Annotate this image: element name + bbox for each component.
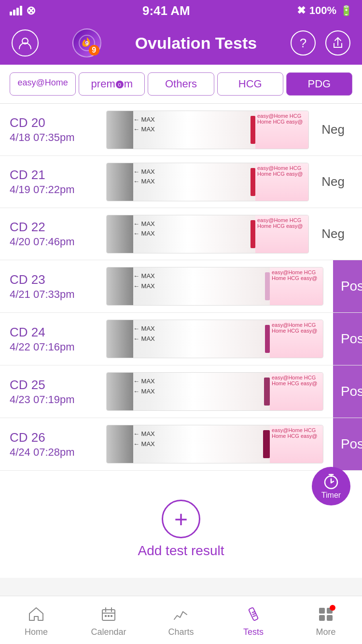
test-date: 4/24 07:28pm: [10, 446, 101, 459]
svg-line-9: [252, 612, 255, 613]
svg-rect-15: [327, 615, 333, 621]
test-image: ← MAX ← MAX easy@Home HCG Home HCG easy@: [106, 111, 309, 149]
test-day: CD 21: [10, 168, 101, 182]
table-row[interactable]: CD 21 4/19 07:22pm ← MAX ← MAX easy@Home…: [0, 156, 362, 208]
test-date: 4/19 07:22pm: [10, 183, 101, 196]
add-test-label: Add test result: [138, 543, 224, 559]
test-image: ← MAX ← MAX easy@Home HCG Home HCG easy@: [106, 372, 323, 411]
tests-icon: [246, 607, 261, 625]
charts-icon: [173, 607, 189, 625]
nav-label-more: More: [316, 627, 335, 637]
table-row[interactable]: CD 24 4/22 07:16pm ← MAX ← MAX easy@Home…: [0, 313, 362, 365]
help-button[interactable]: ?: [291, 30, 316, 56]
nav-label-home: Home: [25, 627, 48, 637]
test-info: CD 24 4/22 07:16pm: [10, 325, 101, 353]
status-bar-right: ✖ 100% 🔋: [297, 4, 352, 17]
test-image: ← MAX ← MAX easy@Home HCG Home HCG easy@: [106, 425, 323, 463]
nav-item-tests[interactable]: Tests: [217, 603, 290, 637]
signal-icon: [10, 6, 22, 15]
calendar-icon: [101, 607, 116, 625]
test-result: Neg: [314, 226, 352, 241]
test-list: CD 20 4/18 07:35pm ← MAX ← MAX easy@Home…: [0, 104, 362, 471]
table-row[interactable]: CD 25 4/23 07:19pm ← MAX ← MAX easy@Home…: [0, 365, 362, 418]
test-date: 4/20 07:46pm: [10, 236, 101, 248]
page-title: Ovulation Tests: [135, 34, 257, 53]
header-actions: ?: [291, 30, 350, 56]
status-bar: ⊗ 9:41 AM ✖ 100% 🔋: [0, 0, 362, 21]
test-info: CD 22 4/20 07:46pm: [10, 220, 101, 248]
more-notification-dot: [330, 605, 335, 611]
add-test-section: + Add test result: [0, 471, 362, 578]
battery-icon: 🔋: [340, 5, 352, 16]
table-row[interactable]: CD 26 4/24 07:28pm ← MAX ← MAX easy@Home…: [0, 418, 362, 471]
test-date: 4/23 07:19pm: [10, 393, 101, 406]
test-date: 4/22 07:16pm: [10, 341, 101, 353]
table-row[interactable]: CD 23 4/21 07:33pm ← MAX ← MAX easy@Home…: [0, 260, 362, 313]
test-image: ← MAX ← MAX easy@Home HCG Home HCG easy@: [106, 320, 323, 358]
profile-icon[interactable]: [12, 29, 39, 56]
timer-label: Timer: [321, 491, 341, 500]
wifi-icon: ⊗: [26, 4, 36, 17]
test-result-pos: Pos: [333, 365, 362, 418]
test-result-pos: Pos: [333, 260, 362, 312]
header: 9 Ovulation Tests ?: [0, 21, 362, 65]
nav-item-charts[interactable]: Charts: [145, 603, 217, 637]
bluetooth-icon: ✖: [297, 4, 306, 17]
streak-badge: 9: [72, 28, 101, 57]
test-info: CD 25 4/23 07:19pm: [10, 378, 101, 406]
test-info: CD 26 4/24 07:28pm: [10, 430, 101, 459]
svg-rect-6: [108, 615, 110, 617]
test-info: CD 21 4/19 07:22pm: [10, 168, 101, 196]
nav-item-home[interactable]: Home: [0, 603, 72, 637]
table-row[interactable]: CD 22 4/20 07:46pm ← MAX ← MAX easy@Home…: [0, 208, 362, 260]
test-info: CD 20 4/18 07:35pm: [10, 115, 101, 144]
timer-button[interactable]: Timer: [312, 467, 350, 505]
test-date: 4/18 07:35pm: [10, 131, 101, 144]
nav-item-more[interactable]: More: [290, 603, 362, 637]
more-icon: [318, 607, 334, 625]
test-day: CD 25: [10, 378, 101, 392]
test-image: ← MAX ← MAX easy@Home HCG Home HCG easy@: [106, 215, 309, 253]
test-day: CD 23: [10, 272, 101, 287]
svg-rect-5: [105, 615, 107, 617]
filter-tab-pdg[interactable]: PDG: [286, 72, 352, 96]
nav-label-tests: Tests: [243, 627, 264, 637]
filter-tabs: easy@Home premom Others HCG PDG: [0, 65, 362, 104]
test-image: ← MAX ← MAX easy@Home HCG Home HCG easy@: [106, 163, 309, 201]
test-day: CD 24: [10, 325, 101, 340]
main-content: ⊗ 9:41 AM ✖ 100% 🔋 9 Ovulation Tests ?: [0, 0, 362, 644]
share-button[interactable]: [325, 30, 350, 56]
svg-rect-12: [319, 608, 325, 614]
test-date: 4/21 07:33pm: [10, 288, 101, 301]
status-bar-left: ⊗: [10, 4, 36, 17]
test-result: Neg: [314, 174, 352, 189]
bottom-nav: Home Calendar Ch: [0, 596, 362, 644]
filter-tab-easy[interactable]: easy@Home: [10, 72, 76, 96]
table-row[interactable]: CD 20 4/18 07:35pm ← MAX ← MAX easy@Home…: [0, 104, 362, 156]
filter-tab-others[interactable]: Others: [148, 72, 214, 96]
test-result-pos: Pos: [333, 313, 362, 365]
status-time: 9:41 AM: [142, 3, 190, 18]
svg-text:9: 9: [85, 40, 88, 47]
test-day: CD 22: [10, 220, 101, 235]
battery-text: 100%: [309, 4, 336, 17]
timer-icon: [322, 473, 340, 490]
test-info: CD 23 4/21 07:33pm: [10, 272, 101, 301]
add-test-button[interactable]: +: [162, 500, 200, 538]
test-day: CD 20: [10, 115, 101, 130]
svg-rect-7: [111, 615, 112, 617]
svg-line-10: [252, 614, 255, 615]
svg-line-11: [253, 616, 256, 616]
nav-item-calendar[interactable]: Calendar: [72, 603, 145, 637]
filter-tab-hcg[interactable]: HCG: [217, 72, 283, 96]
test-image: ← MAX ← MAX easy@Home HCG Home HCG easy@: [106, 267, 323, 306]
nav-label-charts: Charts: [168, 627, 194, 637]
nav-label-calendar: Calendar: [91, 627, 126, 637]
test-result-pos: Pos: [333, 418, 362, 470]
test-result: Neg: [314, 122, 352, 137]
test-day: CD 26: [10, 430, 101, 445]
svg-rect-14: [319, 615, 325, 621]
filter-tab-premom[interactable]: premom: [79, 72, 145, 96]
home-icon: [28, 607, 44, 625]
